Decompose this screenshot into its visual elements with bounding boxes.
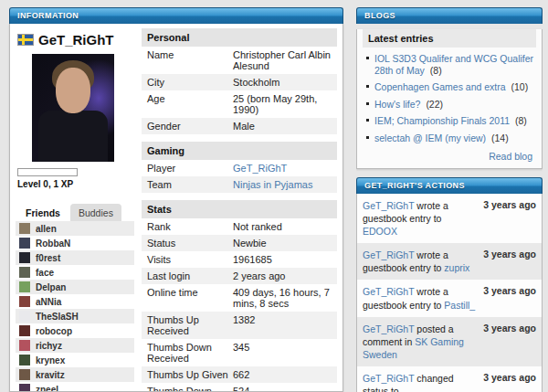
row-value: Stockholm — [233, 77, 332, 88]
action-actor-link[interactable]: GeT_RiGhT — [363, 249, 414, 260]
friend-avatar — [19, 252, 30, 263]
latest-entries-heading: Latest entries — [363, 29, 536, 48]
friend-name: robocop — [36, 326, 72, 336]
row-value: Male — [233, 121, 332, 132]
actions-panel-body: GeT_RiGhT wrote a guestbook entry to EDO… — [356, 194, 543, 392]
action-timestamp: 3 years ago — [481, 285, 536, 311]
action-actor-link[interactable]: GeT_RiGhT — [363, 373, 414, 384]
row-value: 409 days, 16 hours, 7 mins, 8 secs — [233, 287, 332, 309]
blog-entry: Copenhagen Games and extra (10) — [364, 79, 534, 96]
row-label: Name — [147, 49, 233, 71]
page: INFORMATION GeT_RiGhT Level 0, 1 XP — [0, 0, 548, 392]
row-label: Age — [147, 93, 233, 115]
actions-panel-header: GET_RIGHT'S ACTIONS — [356, 177, 543, 194]
row-label: Team — [147, 179, 233, 190]
profile-detail-column: Personal Name Christopher Carl Albin Ale… — [142, 28, 337, 391]
table-row: Gender Male — [142, 118, 337, 134]
action-target-link[interactable]: zuprix — [444, 262, 469, 273]
action-actor-link[interactable]: GeT_RiGhT — [363, 286, 414, 297]
row-label: Thumbs Down Given — [147, 386, 233, 392]
friend-item[interactable]: face — [16, 265, 134, 280]
action-timestamp: 3 years ago — [481, 372, 536, 392]
action-row: GeT_RiGhT posted a comment in SK Gaming … — [357, 317, 542, 367]
table-row: Last login 2 years ago — [142, 268, 337, 284]
friend-name: Delpan — [36, 282, 66, 292]
blog-entry-link[interactable]: How's life? — [374, 99, 420, 110]
friend-avatar — [19, 369, 30, 380]
action-timestamp: 3 years ago — [481, 249, 536, 274]
friend-item[interactable]: allen — [16, 221, 134, 236]
action-row: GeT_RiGhT wrote a guestbook entry to EDO… — [357, 194, 542, 244]
read-blog-link[interactable]: Read blog — [489, 151, 532, 162]
friend-avatar — [19, 384, 30, 392]
profile-photo — [32, 54, 114, 162]
blog-comment-count: (14) — [491, 132, 509, 143]
table-row: Name Christopher Carl Albin Alesund — [142, 47, 337, 74]
friend-item[interactable]: zneel — [16, 382, 134, 392]
row-label: Gender — [147, 121, 233, 132]
friend-item[interactable]: robocop — [16, 323, 134, 338]
blog-entry-link[interactable]: IOL S3D3 Qualifer and WCG Qualifer 28th … — [374, 53, 533, 76]
action-actor-link[interactable]: GeT_RiGhT — [363, 323, 414, 334]
blog-entry-link[interactable]: Copenhagen Games and extra — [374, 81, 506, 92]
tab-friends[interactable]: Friends — [17, 204, 68, 221]
table-row: Age 25 (born May 29th, 1990) — [142, 90, 337, 118]
stats-table: Stats Rank Not ranked Status Newbie — [142, 200, 337, 392]
action-target-link[interactable]: Pastill_ — [444, 300, 475, 311]
personal-table: Personal Name Christopher Carl Albin Ale… — [142, 28, 337, 134]
personal-section-header: Personal — [142, 28, 337, 47]
friend-item[interactable]: Delpan — [16, 280, 134, 294]
friend-name: allen — [36, 224, 57, 234]
friend-name: zneel — [36, 385, 58, 392]
friend-item[interactable]: RobbaN — [16, 236, 134, 250]
friend-item[interactable]: richyz — [16, 338, 134, 353]
blogs-panel-body: Latest entries IOL S3D3 Qualifer and WCG… — [356, 29, 543, 169]
table-row: Rank Not ranked — [142, 218, 337, 235]
blog-comment-count: (8) — [430, 65, 442, 76]
row-label: City — [147, 77, 233, 88]
table-row: Team Ninjas in Pyjamas — [142, 176, 337, 193]
row-value: Not ranked — [233, 221, 332, 232]
friend-name: richyz — [36, 341, 62, 351]
friend-item[interactable]: aNNia — [16, 294, 134, 309]
action-actor-link[interactable]: GeT_RiGhT — [363, 200, 414, 211]
friend-item[interactable]: krynex — [16, 353, 134, 367]
row-label: Online time — [147, 287, 233, 309]
row-label: Thumbs Up Given — [147, 369, 233, 380]
action-row: GeT_RiGhT changed status to http://www.y… — [357, 366, 542, 392]
friend-item[interactable]: f0rest — [16, 250, 134, 265]
friend-item[interactable]: TheSlaSH — [16, 309, 134, 323]
information-panel-header: INFORMATION — [9, 7, 343, 24]
friend-item[interactable]: kravitz — [16, 367, 134, 382]
action-target-link[interactable]: EDOOX — [363, 226, 397, 237]
friend-avatar — [19, 238, 30, 249]
blog-entries-list: IOL S3D3 Qualifer and WCG Qualifer 28th … — [364, 50, 534, 147]
blog-entry-link[interactable]: IEM; Championship Finals 2011 — [374, 115, 510, 126]
table-row: Thumbs Down Received 345 — [142, 339, 337, 366]
blogs-panel: BLOGS Latest entries IOL S3D3 Qualifer a… — [356, 7, 543, 169]
table-row: Thumbs Down Given 524 — [142, 383, 337, 392]
table-row: Player GeT_RiGhT — [142, 160, 337, 176]
row-value: 345 — [233, 342, 332, 364]
tab-buddies[interactable]: Buddies — [70, 204, 121, 221]
information-panel: INFORMATION GeT_RiGhT Level 0, 1 XP — [9, 7, 343, 392]
friends-list: allen RobbaN f0rest — [16, 221, 134, 392]
row-value-link[interactable]: Ninjas in Pyjamas — [233, 179, 332, 190]
table-row: Online time 409 days, 16 hours, 7 mins, … — [142, 284, 337, 312]
friend-avatar — [19, 296, 30, 307]
row-label: Player — [147, 163, 233, 174]
row-label: Last login — [147, 270, 233, 281]
row-value: Christopher Carl Albin Alesund — [233, 49, 332, 71]
row-value: 1961685 — [233, 254, 332, 265]
blog-entry-link[interactable]: selectah @ IEM (my view) — [374, 132, 486, 143]
row-value-link[interactable]: GeT_RiGhT — [233, 163, 332, 174]
table-row: Thumbs Up Received 1382 — [142, 312, 337, 339]
gaming-table: Gaming Player GeT_RiGhT Team Ninjas in P… — [142, 142, 337, 193]
friend-avatar — [19, 223, 30, 234]
blogs-panel-title: BLOGS — [364, 11, 395, 20]
right-rail: BLOGS Latest entries IOL S3D3 Qualifer a… — [356, 7, 543, 392]
row-label: Status — [147, 238, 233, 249]
friends-buddies-tabs: Friends Buddies — [17, 204, 134, 221]
friend-avatar — [19, 267, 30, 278]
actions-panel: GET_RIGHT'S ACTIONS GeT_RiGhT wrote a gu… — [356, 177, 543, 392]
